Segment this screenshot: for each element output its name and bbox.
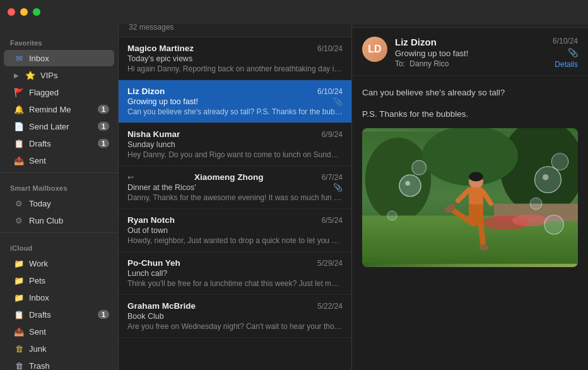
svg-point-37 — [405, 181, 410, 186]
message-list: Inbox 32 messages ☰ Magico Martinez 6/10… — [119, 0, 352, 370]
message-row1: ↩ Xiaomeng Zhong 6/7/24 — [127, 172, 343, 182]
drafts-badge: 1 — [98, 139, 109, 148]
close-button[interactable] — [8, 8, 15, 16]
sidebar-item-icloud-inbox[interactable]: 📁 Inbox — [4, 289, 114, 306]
message-preview: Danny, Thanks for the awesome evening! I… — [127, 193, 343, 202]
pets-folder-icon: 📁 — [14, 275, 24, 285]
send-later-badge: 1 — [98, 122, 109, 131]
remind-me-badge: 1 — [98, 105, 109, 114]
sidebar-item-send-later[interactable]: 📄 Send Later 1 — [4, 118, 114, 134]
message-subject: Out of town — [127, 226, 168, 235]
sidebar-item-run-club[interactable]: ⚙ Run Club — [4, 212, 114, 229]
sidebar-item-label: Sent — [29, 327, 109, 337]
svg-point-28 — [479, 244, 488, 251]
message-row1: Nisha Kumar 6/9/24 — [127, 129, 343, 139]
sidebar-item-vips[interactable]: ▶ ⭐ VIPs — [4, 67, 114, 83]
vip-chevron-icon: ▶ — [14, 72, 19, 79]
message-item[interactable]: Po-Chun Yeh 5/29/24 Lunch call? Think yo… — [119, 252, 351, 295]
svg-point-33 — [551, 153, 568, 170]
sidebar-item-label: Drafts — [29, 310, 93, 319]
svg-point-34 — [530, 198, 542, 210]
sidebar-item-drafts[interactable]: 📋 Drafts 1 — [4, 135, 114, 152]
svg-point-31 — [412, 160, 426, 175]
inbox-icon: ✉ — [14, 53, 24, 63]
message-item[interactable]: Magico Martinez 6/10/24 Today's epic vie… — [119, 37, 351, 80]
svg-point-30 — [399, 175, 421, 196]
message-row1: Ryan Notch 6/5/24 — [127, 215, 343, 225]
send-later-icon: 📄 — [14, 121, 24, 131]
sidebar-item-label: Pets — [29, 276, 109, 285]
sidebar: Favorites ✉ Inbox ▶ ⭐ VIPs 🚩 Flagged 🔔 R… — [0, 0, 119, 370]
svg-point-13 — [365, 138, 432, 222]
attachment-icon: 📎 — [333, 183, 343, 192]
run-club-icon: ⚙ — [14, 215, 24, 225]
sidebar-item-label: Run Club — [29, 216, 109, 225]
message-item[interactable]: Ryan Notch 6/5/24 Out of town Howdy, nei… — [119, 209, 351, 252]
message-item-selected[interactable]: Liz Dizon 6/10/24 Growing up too fast! 📎… — [119, 80, 351, 123]
minimize-button[interactable] — [20, 8, 28, 16]
message-date: 5/29/24 — [317, 259, 343, 268]
message-sender: Po-Chun Yeh — [127, 258, 180, 268]
junk-icon: 🗑 — [14, 343, 24, 354]
maximize-button[interactable] — [33, 8, 40, 16]
message-subject: Lunch call? — [127, 269, 167, 278]
sidebar-item-remind-me[interactable]: 🔔 Remind Me 1 — [4, 101, 114, 117]
message-preview: Hi again Danny, Reporting back on anothe… — [127, 64, 343, 73]
svg-point-21 — [469, 172, 483, 181]
avatar: LD — [362, 37, 387, 62]
sidebar-item-today[interactable]: ⚙ Today — [4, 195, 114, 212]
detail-to: To: Danny Rico — [395, 59, 545, 68]
detail-header: LD Liz Dizon Growing up too fast! To: Da… — [352, 28, 588, 76]
drafts-icon: 📋 — [14, 138, 24, 148]
bell-icon: 🔔 — [14, 104, 24, 114]
sidebar-item-label: Drafts — [29, 139, 93, 148]
detail-to-label: To: — [395, 59, 405, 68]
icloud-sent-icon: 📤 — [14, 326, 24, 337]
sidebar-item-icloud-sent[interactable]: 📤 Sent — [4, 323, 114, 340]
icloud-inbox-icon: 📁 — [14, 292, 24, 302]
message-preview: Are you free on Wednesday night? Can't w… — [127, 322, 343, 331]
detail-pane: ✉ — [352, 0, 588, 370]
message-date: 6/9/24 — [322, 130, 343, 139]
message-row1: Liz Dizon 6/10/24 — [127, 87, 343, 96]
message-list-subtitle: 32 messages — [129, 23, 173, 32]
message-item[interactable]: Nisha Kumar 6/9/24 Sunday lunch Hey Dann… — [119, 123, 351, 166]
message-sender: Liz Dizon — [127, 87, 165, 96]
detail-body: Can you believe she's already so tall? P… — [352, 76, 588, 370]
message-item[interactable]: Graham McBride 5/22/24 Book Club Are you… — [119, 295, 351, 338]
detail-image-svg — [362, 128, 578, 267]
sidebar-item-junk[interactable]: 🗑 Junk — [4, 340, 114, 357]
detail-header-info: Liz Dizon Growing up too fast! To: Danny… — [395, 37, 545, 68]
detail-sender-name: Liz Dizon — [395, 37, 545, 47]
sidebar-item-sent[interactable]: 📤 Sent — [4, 152, 114, 169]
message-date: 6/10/24 — [317, 44, 343, 53]
message-date: 6/7/24 — [322, 173, 343, 182]
detail-details-link[interactable]: Details — [555, 60, 578, 69]
detail-header-right: 6/10/24 📎 Details — [553, 37, 578, 69]
message-item[interactable]: ↩ Xiaomeng Zhong 6/7/24 Dinner at the Ri… — [119, 166, 351, 209]
message-subject: Growing up too fast! — [127, 97, 198, 106]
titlebar — [0, 0, 588, 24]
message-sender: Ryan Notch — [127, 215, 175, 225]
detail-date: 6/10/24 — [553, 37, 578, 45]
flag-icon: 🚩 — [14, 87, 24, 97]
favorites-section-label: Favorites — [0, 32, 118, 49]
svg-point-38 — [543, 174, 549, 181]
sidebar-item-work[interactable]: 📁 Work — [4, 255, 114, 272]
message-row1: Po-Chun Yeh 5/29/24 — [127, 258, 343, 268]
sidebar-item-flagged[interactable]: 🚩 Flagged — [4, 84, 114, 100]
app-container: Favorites ✉ Inbox ▶ ⭐ VIPs 🚩 Flagged 🔔 R… — [0, 0, 588, 370]
sidebar-item-trash[interactable]: 🗑 Trash — [4, 357, 114, 370]
attachment-icon: 📎 — [333, 97, 343, 106]
sidebar-item-inbox[interactable]: ✉ Inbox — [4, 50, 114, 66]
forward-icon: ↩ — [127, 173, 134, 182]
sidebar-item-pets[interactable]: 📁 Pets — [4, 272, 114, 289]
star-icon: ⭐ — [25, 70, 35, 80]
sidebar-item-icloud-drafts[interactable]: 📋 Drafts 1 — [4, 306, 114, 323]
sidebar-item-label: Junk — [29, 344, 109, 354]
detail-attach-icon: 📎 — [568, 48, 578, 57]
message-row2: Out of town — [127, 226, 343, 235]
message-subject: Dinner at the Ricos' — [127, 183, 196, 192]
message-date: 6/5/24 — [322, 216, 343, 225]
smart-mailboxes-section-label: Smart Mailboxes — [0, 177, 118, 194]
